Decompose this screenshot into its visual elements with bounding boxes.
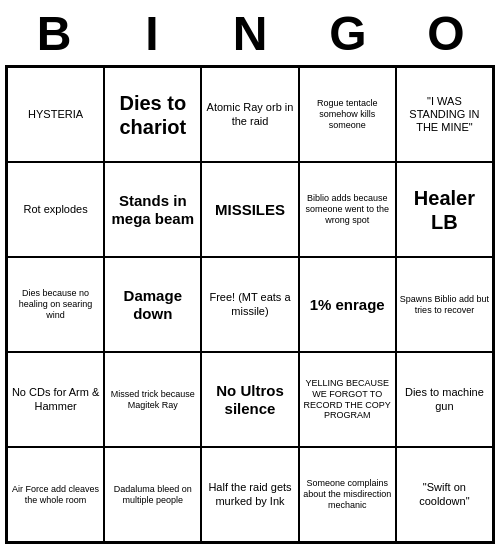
- title-n: N: [220, 6, 280, 61]
- bingo-cell-17: No Ultros silence: [201, 352, 298, 447]
- bingo-cell-7: MISSILES: [201, 162, 298, 257]
- bingo-cell-1: Dies to chariot: [104, 67, 201, 162]
- bingo-cell-14: Spawns Biblio add but tries to recover: [396, 257, 493, 352]
- bingo-cell-22: Half the raid gets murked by Ink: [201, 447, 298, 542]
- bingo-cell-9: Healer LB: [396, 162, 493, 257]
- bingo-grid: HYSTERIADies to chariotAtomic Ray orb in…: [5, 65, 495, 544]
- title-g: G: [318, 6, 378, 61]
- bingo-cell-5: Rot explodes: [7, 162, 104, 257]
- bingo-cell-0: HYSTERIA: [7, 67, 104, 162]
- bingo-cell-3: Rogue tentacle somehow kills someone: [299, 67, 396, 162]
- title-i: I: [122, 6, 182, 61]
- bingo-cell-20: Air Force add cleaves the whole room: [7, 447, 104, 542]
- title-b: B: [24, 6, 84, 61]
- bingo-cell-15: No CDs for Arm & Hammer: [7, 352, 104, 447]
- bingo-cell-16: Missed trick because Magitek Ray: [104, 352, 201, 447]
- bingo-cell-12: Free! (MT eats a missile): [201, 257, 298, 352]
- bingo-cell-8: Biblio adds because someone went to the …: [299, 162, 396, 257]
- bingo-cell-4: "I WAS STANDING IN THE MINE": [396, 67, 493, 162]
- bingo-cell-24: "Swift on cooldown": [396, 447, 493, 542]
- bingo-cell-18: YELLING BECAUSE WE FORGOT TO RECORD THE …: [299, 352, 396, 447]
- bingo-cell-10: Dies because no healing on searing wind: [7, 257, 104, 352]
- bingo-cell-21: Dadaluma bleed on multiple people: [104, 447, 201, 542]
- bingo-cell-6: Stands in mega beam: [104, 162, 201, 257]
- bingo-title: B I N G O: [5, 0, 495, 65]
- bingo-cell-23: Someone complains about the misdirection…: [299, 447, 396, 542]
- bingo-cell-2: Atomic Ray orb in the raid: [201, 67, 298, 162]
- bingo-cell-11: Damage down: [104, 257, 201, 352]
- title-o: O: [416, 6, 476, 61]
- bingo-cell-19: Dies to machine gun: [396, 352, 493, 447]
- bingo-cell-13: 1% enrage: [299, 257, 396, 352]
